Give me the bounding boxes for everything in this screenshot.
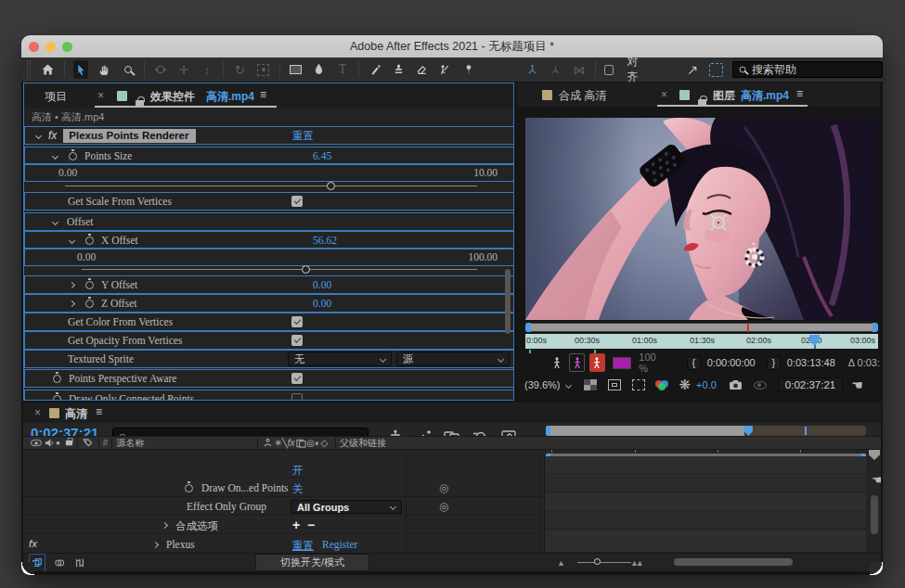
region-of-interest-icon[interactable] [632, 379, 645, 390]
add-effect-button[interactable]: + [292, 518, 300, 532]
search-help-field[interactable]: 搜索帮助 [732, 61, 883, 78]
zoom-window-button[interactable] [62, 42, 72, 52]
minimize-window-button[interactable] [45, 42, 56, 52]
pen-tool[interactable] [312, 60, 327, 79]
safe-margins-icon[interactable] [608, 379, 621, 390]
property-value[interactable]: 关 [292, 482, 304, 496]
property-row-comp-options[interactable]: 合成选项 + − [23, 517, 544, 534]
z-offset-row[interactable]: Z Offset 0.00 [24, 294, 514, 313]
brush-tool[interactable] [368, 60, 382, 79]
track-vertical-scrollbar[interactable] [871, 495, 878, 534]
x-offset-row[interactable]: X Offset 56.62 [24, 231, 514, 249]
track-area[interactable] [544, 456, 866, 553]
rotation-tool[interactable]: ↻ [232, 60, 247, 79]
stopwatch-icon[interactable] [85, 236, 94, 245]
property-row-effect-only-group[interactable]: Effect Only Group All Groups ◎ [23, 498, 544, 516]
zoom-level-dropdown[interactable]: (39.6%) [524, 379, 561, 390]
zoom-in-mountains-icon[interactable]: ▲▲ [630, 558, 641, 568]
expand-transfer-controls-button[interactable] [51, 554, 68, 572]
get-opacity-checkbox[interactable] [291, 335, 303, 346]
transparency-grid-icon[interactable] [584, 379, 597, 390]
effect-header-row[interactable]: fx Plexus Points Renderer 重置 [24, 126, 514, 145]
points-size-slider[interactable] [65, 185, 477, 186]
set-in-point-button[interactable]: { [687, 356, 701, 370]
zoom-tool[interactable] [120, 60, 135, 79]
close-tab-icon[interactable]: × [34, 406, 41, 419]
walk-icon-magenta[interactable] [569, 353, 585, 372]
exposure-value[interactable]: +0.0 [696, 379, 717, 390]
chevron-right-icon[interactable] [69, 281, 75, 288]
layer-preview-image[interactable] [525, 118, 878, 320]
stopwatch-icon[interactable] [185, 484, 193, 492]
camera-region-tool[interactable] [255, 60, 270, 79]
pan-camera-tool[interactable]: ✛ [176, 60, 191, 79]
ne-arrow-icon[interactable] [685, 60, 700, 79]
walk-icon-white[interactable] [549, 353, 564, 372]
stopwatch-icon[interactable] [85, 300, 94, 308]
hand-tool[interactable] [97, 60, 111, 79]
effect-row-plexus[interactable]: fx Plexus 重置 Register [23, 535, 544, 553]
walk-icon-red[interactable] [589, 353, 605, 372]
property-value[interactable]: 开 [292, 464, 304, 478]
draw-only-checkbox[interactable] [291, 393, 303, 401]
effect-name[interactable]: Plexus Points Renderer [63, 129, 196, 143]
show-snapshot-eye-icon[interactable] [754, 381, 767, 390]
opacity-value[interactable]: 100 % [639, 353, 666, 372]
z-offset-value[interactable]: 0.00 [313, 298, 331, 309]
tab-effect-controls[interactable]: 效果控件 [150, 89, 195, 105]
stopwatch-icon[interactable] [85, 281, 94, 289]
get-scale-checkbox[interactable] [291, 196, 303, 207]
slider-knob[interactable] [302, 265, 310, 274]
chevron-down-icon[interactable] [69, 236, 75, 243]
navigator-playhead[interactable] [744, 426, 753, 436]
points-size-row[interactable]: Points Size 6.45 [24, 147, 514, 165]
in-point-time[interactable]: 0:00:00:00 [707, 357, 756, 368]
puppet-pin-tool[interactable] [461, 60, 476, 79]
effect-reset-link[interactable]: 重置 [292, 129, 314, 143]
effect-only-group-dropdown[interactable]: All Groups [291, 500, 402, 514]
points-size-value[interactable]: 6.45 [313, 150, 331, 161]
viewer-timecode[interactable]: 0:02:37:21 [778, 377, 843, 392]
chevron-right-icon[interactable] [162, 522, 168, 529]
snapshot-camera-icon[interactable] [728, 376, 744, 394]
text-tool[interactable]: T [335, 60, 350, 79]
roto-brush-tool[interactable] [438, 60, 453, 79]
tab-layer[interactable]: 图层 [713, 88, 735, 104]
chevron-right-icon[interactable] [69, 300, 75, 306]
align-checkbox[interactable] [604, 65, 614, 75]
eraser-tool[interactable] [415, 60, 430, 79]
set-out-point-button[interactable]: } [767, 356, 781, 370]
zoom-slider-knob[interactable] [594, 558, 601, 565]
get-color-checkbox[interactable] [291, 316, 303, 327]
timeline-zoom-slider[interactable] [577, 562, 631, 563]
tab-timeline-comp[interactable]: 高清 [65, 406, 87, 422]
stopwatch-icon[interactable] [69, 152, 77, 160]
stopwatch-icon[interactable] [53, 395, 61, 402]
chevron-down-icon[interactable] [52, 218, 58, 224]
timeline-navigator[interactable] [546, 426, 866, 436]
navigator-end-handle[interactable] [873, 323, 878, 332]
panel-menu-icon[interactable]: ≡ [796, 87, 803, 100]
close-tab-icon[interactable]: × [661, 88, 667, 101]
rectangle-tool[interactable] [289, 60, 304, 79]
y-offset-value[interactable]: 0.00 [313, 279, 331, 290]
dolly-camera-tool[interactable]: ↕ [200, 60, 214, 79]
expand-inout-panes-button[interactable] [71, 554, 88, 572]
y-offset-row[interactable]: Y Offset 0.00 [24, 275, 514, 294]
chevron-down-icon[interactable] [35, 132, 42, 138]
effect-register-link[interactable]: Register [322, 539, 357, 550]
tab-layer-file[interactable]: 高清.mp4 [741, 88, 789, 104]
home-tool[interactable] [41, 60, 56, 79]
out-point-time[interactable]: 0:03:13:48 [787, 357, 835, 368]
slider-knob[interactable] [327, 182, 335, 190]
viewer-time-navigator[interactable] [525, 323, 878, 332]
effect-reset-link[interactable]: 重置 [292, 539, 314, 553]
channel-rgb-icon[interactable] [655, 379, 670, 390]
orbit-camera-tool[interactable] [153, 60, 168, 79]
textured-sprite-source-dropdown[interactable]: 源 [396, 352, 510, 366]
hand-pointer-icon[interactable]: ☚ [851, 377, 863, 392]
tab-project[interactable]: 项目 [45, 89, 67, 105]
x-offset-slider[interactable] [82, 269, 477, 270]
zoom-out-mountain-icon[interactable]: ▲ [557, 558, 565, 568]
chevron-down-icon[interactable] [564, 381, 571, 388]
